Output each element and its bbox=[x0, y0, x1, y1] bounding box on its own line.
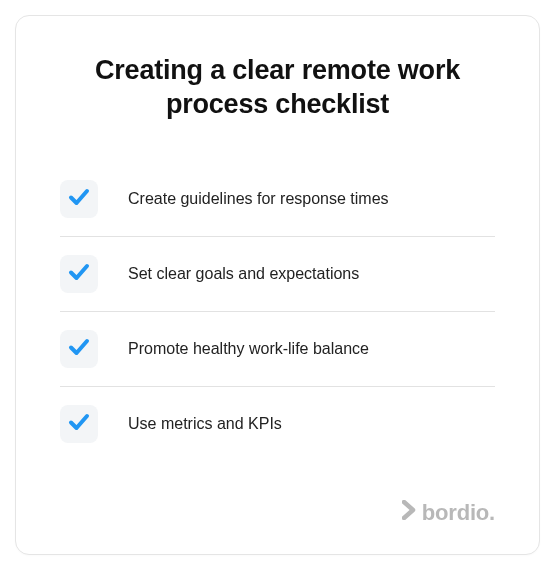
list-item-label: Promote healthy work-life balance bbox=[128, 340, 369, 358]
checkbox[interactable] bbox=[60, 405, 98, 443]
list-item: Use metrics and KPIs bbox=[60, 387, 495, 461]
list-item-label: Create guidelines for response times bbox=[128, 190, 389, 208]
list-item: Promote healthy work-life balance bbox=[60, 312, 495, 386]
checkbox[interactable] bbox=[60, 255, 98, 293]
list-item: Set clear goals and expectations bbox=[60, 237, 495, 311]
page-title: Creating a clear remote work process che… bbox=[60, 54, 495, 122]
checkbox[interactable] bbox=[60, 330, 98, 368]
chevron-right-icon bbox=[402, 500, 416, 520]
list-item: Create guidelines for response times bbox=[60, 162, 495, 236]
list-item-label: Use metrics and KPIs bbox=[128, 415, 282, 433]
checkbox[interactable] bbox=[60, 180, 98, 218]
checklist: Create guidelines for response times Set… bbox=[60, 162, 495, 491]
brand-name: bordio. bbox=[422, 500, 495, 526]
check-icon bbox=[67, 335, 91, 363]
checklist-card: Creating a clear remote work process che… bbox=[15, 15, 540, 555]
check-icon bbox=[67, 260, 91, 288]
check-icon bbox=[67, 185, 91, 213]
brand-logo: bordio. bbox=[402, 500, 495, 526]
footer: bordio. bbox=[60, 500, 495, 526]
list-item-label: Set clear goals and expectations bbox=[128, 265, 359, 283]
check-icon bbox=[67, 410, 91, 438]
